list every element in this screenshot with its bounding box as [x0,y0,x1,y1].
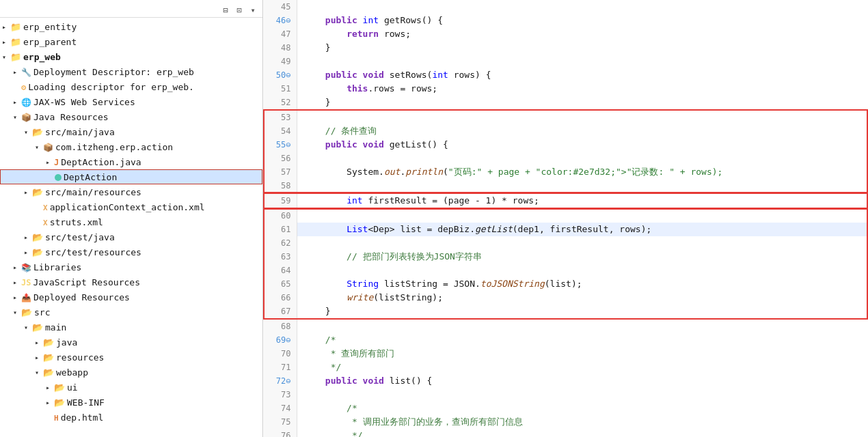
line-content[interactable]: */ [297,361,867,374]
line-content[interactable]: String listString = JSON.toJSONString(li… [297,277,867,291]
line-number: 57 [264,165,297,179]
arrow-closed[interactable] [33,338,41,346]
item-icon: 📁 [8,37,23,47]
arrow-closed[interactable] [11,98,19,106]
dropdown-icon[interactable]: ▾ [247,5,258,16]
tree-item-deployment_descriptor[interactable]: 🔧Deployment Descriptor: erp_web [0,64,262,79]
tree-item-javascript_resources[interactable]: JSJavaScript Resources [0,274,262,290]
tree-item-com_itzheng_erp_action[interactable]: 📦com.itzheng.erp.action [0,139,262,154]
line-content[interactable]: public void list() { [297,374,867,388]
arrow-closed[interactable] [44,158,52,166]
item-icon [53,172,64,182]
tree-item-deployed_resources[interactable]: 📤Deployed Resources [0,290,262,305]
line-content[interactable]: } [297,305,867,319]
tree-item-WEB-INF[interactable]: 📂WEB-INF [0,395,262,410]
line-content[interactable] [297,0,867,14]
arrow-closed[interactable] [11,293,19,301]
line-content[interactable] [297,55,867,68]
tree-item-main[interactable]: 📂main [0,320,262,335]
line-content[interactable]: */ [297,429,867,437]
line-content[interactable]: public void getList() { [297,138,867,152]
arrow-open[interactable] [22,128,30,136]
line-content[interactable] [297,179,867,193]
tree-item-struts_xml[interactable]: Xstruts.xml [0,214,262,229]
tree-item-DeptAction_java[interactable]: JDeptAction.java [0,154,262,169]
line-content[interactable] [297,319,867,333]
arrow-open[interactable] [33,143,41,151]
line-content[interactable] [297,388,867,401]
tree-item-erp_web[interactable]: 📁erp_web [0,49,262,64]
arrow-closed[interactable] [0,38,8,46]
arrow-closed[interactable] [11,278,19,286]
tree-item-webapp[interactable]: 📂webapp [0,365,262,380]
arrow-open[interactable] [22,323,30,331]
line-content[interactable] [297,110,867,124]
tree-item-applicationContext_xml[interactable]: XapplicationContext_action.xml [0,199,262,214]
arrow-closed[interactable] [0,23,8,31]
line-number: 74 [264,401,297,415]
line-content[interactable]: } [297,96,867,110]
line-content[interactable]: return rows; [297,27,867,41]
tree-item-src_test_resources[interactable]: 📂src/test/resources [0,244,262,259]
arrow-open[interactable] [33,368,41,376]
tree-item-dep_html[interactable]: Hdep.html [0,410,262,425]
item-label: main [45,322,66,333]
line-content[interactable]: List<Dep> list = depBiz.getList(dep1, fi… [297,223,867,236]
line-content[interactable]: public int getRows() { [297,14,867,27]
line-number: 55⊖ [264,138,297,152]
line-content[interactable]: * 调用业务部门的业务，查询所有部门信息 [297,415,867,429]
line-number: 54 [264,124,297,138]
tree-item-src_root[interactable]: 📂src [0,305,262,320]
arrow-open[interactable] [11,308,19,316]
tree-item-loading_descriptor[interactable]: ⚙Loading descriptor for erp_web. [0,79,262,94]
line-number: 64 [264,264,297,277]
arrow-closed[interactable] [22,188,30,196]
arrow-closed[interactable] [44,383,52,391]
tree-item-resources[interactable]: 📂resources [0,350,262,365]
code-line-69: 69⊖ /* [264,333,867,347]
tree-item-jax_ws[interactable]: 🌐JAX-WS Web Services [0,94,262,109]
arrow-closed[interactable] [44,398,52,406]
line-content[interactable]: int firstResult = (page - 1) * rows; [297,193,867,208]
line-content[interactable]: // 把部门列表转换为JSON字符串 [297,250,867,264]
tree-item-src_main_resources[interactable]: 📂src/main/resources [0,184,262,199]
tree-item-DeptAction_class[interactable]: DeptAction [0,169,262,184]
line-content[interactable] [297,208,867,223]
line-content[interactable]: /* [297,401,867,415]
line-content[interactable]: System.out.println("页码:" + page + "color… [297,165,867,179]
line-content[interactable] [297,264,867,277]
line-content[interactable] [297,236,867,250]
line-content[interactable]: // 条件查询 [297,124,867,138]
line-content[interactable]: public void setRows(int rows) { [297,68,867,82]
tree-item-src_main_java[interactable]: 📂src/main/java [0,124,262,139]
tree-item-ui[interactable]: 📂ui [0,380,262,395]
tree-item-libraries[interactable]: 📚Libraries [0,259,262,274]
link-icon[interactable]: ⊡ [234,5,245,16]
arrow-closed[interactable] [11,263,19,271]
tree-item-src_test_java[interactable]: 📂src/test/java [0,229,262,244]
item-icon: 📤 [19,292,33,302]
tree-item-erp_entity[interactable]: 📁erp_entity [0,19,262,34]
line-content[interactable]: write(listString); [297,291,867,305]
arrow-closed[interactable] [11,68,19,76]
tree-item-java[interactable]: 📂java [0,335,262,350]
line-number: 76 [264,429,297,437]
line-content[interactable]: } [297,41,867,55]
line-content[interactable] [297,152,867,165]
code-line-56: 56 [264,152,867,165]
line-content[interactable]: /* [297,333,867,347]
line-number: 47 [264,27,297,41]
code-line-67: 67 } [264,305,867,319]
code-line-54: 54 // 条件查询 [264,124,867,138]
arrow-closed[interactable] [33,353,41,361]
code-line-50: 50⊖ public void setRows(int rows) { [264,68,867,82]
line-content[interactable]: * 查询所有部门 [297,347,867,361]
collapse-icon[interactable]: ⊟ [220,5,231,16]
arrow-closed[interactable] [22,233,30,241]
arrow-open[interactable] [0,53,8,61]
arrow-closed[interactable] [22,248,30,256]
tree-item-java_resources[interactable]: 📦Java Resources [0,109,262,124]
arrow-open[interactable] [11,113,19,121]
tree-item-erp_parent[interactable]: 📁erp_parent [0,34,262,49]
line-content[interactable]: this.rows = rows; [297,82,867,96]
